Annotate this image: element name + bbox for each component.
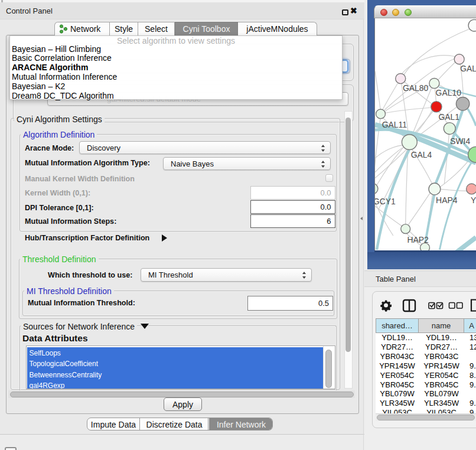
svg-text:GAL1: GAL1 <box>438 112 459 122</box>
svg-text:HAP4: HAP4 <box>436 195 458 205</box>
svg-text:HAP2: HAP2 <box>407 235 429 244</box>
svg-text:GAL4: GAL4 <box>411 150 432 159</box>
svg-text:GAL80: GAL80 <box>403 83 429 93</box>
svg-text:SWI4: SWI4 <box>450 136 470 146</box>
svg-text:GAL10: GAL10 <box>436 88 462 97</box>
svg-text:Y: Y <box>471 195 476 205</box>
svg-text:GAL11: GAL11 <box>382 120 407 129</box>
svg-text:GCY1: GCY1 <box>374 197 396 206</box>
svg-text:GAL7: GAL7 <box>460 64 476 73</box>
